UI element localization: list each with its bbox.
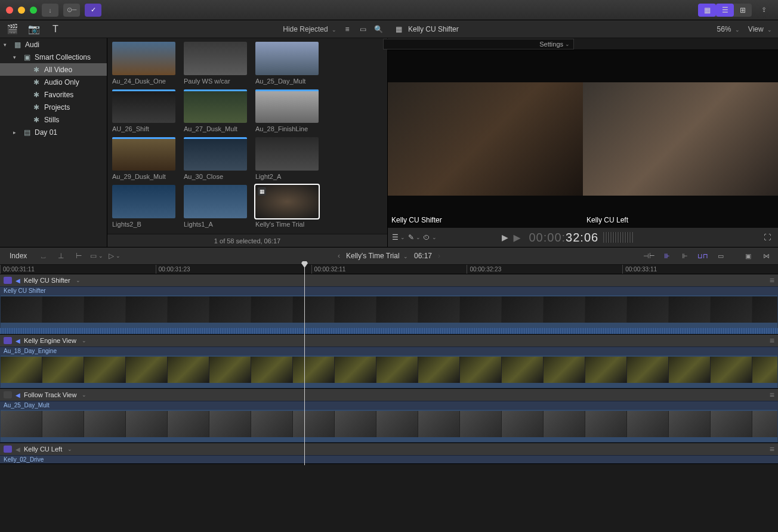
clip-thumbnail[interactable]: Lights2_B — [112, 185, 175, 228]
fullscreen-window-icon[interactable] — [30, 7, 37, 14]
play-icon[interactable]: ▶ — [502, 233, 508, 242]
audio-icon[interactable]: ◀ — [16, 277, 20, 284]
playhead[interactable] — [304, 265, 305, 465]
timecode-display[interactable]: ▶ 00:00:32:06 — [513, 230, 598, 245]
overwrite-clip-icon[interactable]: ▭⌄ — [90, 250, 103, 262]
append-clip-icon[interactable]: ⊢ — [72, 250, 85, 262]
lane-menu-icon[interactable]: ≡ — [770, 336, 774, 345]
sidebar-item[interactable]: ✱All Video — [0, 63, 107, 76]
effects-browser-icon[interactable]: ▣ — [741, 250, 755, 261]
monitor-icon[interactable] — [4, 446, 12, 453]
search-icon[interactable]: 🔍 — [373, 24, 383, 34]
close-window-icon[interactable] — [6, 7, 13, 14]
sidebar-item[interactable]: ✱Stills — [0, 113, 107, 126]
clip-thumbnail[interactable]: Light2_A — [255, 137, 319, 180]
lane-menu-icon[interactable]: ≡ — [770, 276, 774, 285]
clip-thumbnail[interactable]: Lights1_A — [184, 185, 247, 228]
thumbnail-grid[interactable]: Au_24_Dusk_OnePauly WS w/carAu_25_Day_Mu… — [107, 38, 387, 234]
effects-menu-icon[interactable]: ✎⌄ — [409, 233, 419, 242]
timeline-index-button[interactable]: Index — [5, 249, 32, 262]
clip-thumbnail[interactable]: Au_24_Dusk_One — [112, 42, 175, 85]
angle-grid: Kelly CU Shifter Kelly CU Left — [388, 50, 778, 228]
audio-skimming-icon[interactable]: ⊪ — [660, 250, 674, 261]
viewer-settings-row: Settings ⌄ — [388, 38, 778, 50]
lane-header[interactable]: ◀ Follow Track View ⌄ ≡ — [0, 389, 778, 401]
zoom-menu[interactable]: 56% ⌄ — [717, 25, 739, 33]
lane-clip-name: Au_25_Day_Mult — [0, 401, 778, 409]
monitor-icon[interactable] — [4, 277, 12, 284]
audio-icon[interactable]: ◀ — [16, 338, 20, 344]
titles-icon[interactable]: T — [49, 23, 62, 35]
timeline-toggle[interactable]: ☰ — [716, 4, 734, 17]
insert-clip-icon[interactable]: ⊥ — [54, 250, 67, 262]
sidebar-item[interactable]: ▾▣Smart Collections — [0, 51, 107, 63]
browser-toggle[interactable]: ▦ — [698, 4, 716, 17]
tool-select-icon[interactable]: ▷⌄ — [108, 250, 121, 262]
clip-thumbnail[interactable]: ▦Kelly's Time Trial — [255, 185, 319, 228]
viewer: Settings ⌄ Kelly CU Shifter Kelly CU Lef… — [388, 38, 778, 247]
monitor-icon[interactable] — [4, 337, 12, 344]
transitions-browser-icon[interactable]: ⋈ — [759, 250, 773, 261]
filter-menu[interactable]: Hide Rejected ⌄ — [283, 25, 336, 33]
browser-toolbar: Hide Rejected ⌄ ≡ ▭ 🔍 — [107, 24, 388, 34]
clip-thumbnail[interactable]: AU_26_Shift — [112, 89, 175, 132]
snapping-icon[interactable]: ⊔⊓ — [696, 250, 710, 261]
sidebar-item[interactable]: ✱Audio Only — [0, 76, 107, 88]
inspector-toggle[interactable]: ⊞ — [734, 4, 752, 17]
photos-icon[interactable]: 📷 — [27, 23, 41, 35]
library-icon[interactable]: 🎬 — [6, 23, 19, 35]
angle-settings-button[interactable]: Settings ⌄ — [383, 39, 574, 50]
clip-thumbnail[interactable]: Au_30_Close — [184, 137, 247, 180]
clip-thumbnail[interactable]: Au_28_FinishLine — [255, 89, 319, 132]
lane-filmstrip[interactable] — [0, 295, 778, 334]
skimming-icon[interactable]: ⊣⊢ — [642, 250, 656, 261]
angle-lane[interactable]: ◀ Kelly CU Left ⌄ ≡ Kelly_02_Drive — [0, 443, 778, 464]
audio-icon[interactable]: ◀ — [16, 446, 20, 453]
clip-appearance-timeline-icon[interactable]: ▭ — [714, 250, 728, 261]
sidebar-item[interactable]: ▸▤Day 01 — [0, 126, 107, 138]
project-name[interactable]: Kelly's Time Trial ⌄ — [346, 252, 408, 260]
angle-lane[interactable]: ◀ Follow Track View ⌄ ≡ Au_25_Day_Mult — [0, 389, 778, 443]
ruler-tick: 00:00:32:11 — [311, 265, 467, 274]
share-button[interactable]: ⇪ — [755, 4, 772, 17]
sidebar-item[interactable]: ✱Projects — [0, 101, 107, 113]
angle-viewer-icon[interactable]: ▦ — [394, 24, 403, 34]
lane-filmstrip[interactable] — [0, 409, 778, 443]
timeline[interactable]: 00:00:31:1100:00:31:2300:00:32:1100:00:3… — [0, 265, 778, 464]
import-button[interactable]: ↓ — [42, 4, 58, 17]
lane-clip-name: Kelly_02_Drive — [0, 455, 778, 463]
titlebar: ↓ ⊙─ ✓ ▦ ☰ ⊞ ⇪ — [0, 0, 778, 20]
fullscreen-icon[interactable]: ⛶ — [762, 233, 772, 242]
clip-thumbnail[interactable]: Pauly WS w/car — [184, 42, 247, 85]
view-menu[interactable]: View ⌄ — [748, 25, 772, 33]
lane-menu-icon[interactable]: ≡ — [770, 444, 774, 454]
list-view-icon[interactable]: ▭ — [358, 24, 368, 34]
angle-1[interactable]: Kelly CU Shifter — [388, 50, 583, 228]
background-tasks-button[interactable]: ✓ — [85, 4, 101, 17]
ruler-tick: 00:00:33:11 — [622, 265, 778, 274]
clip-thumbnail[interactable]: Au_29_Dusk_Mult — [112, 137, 175, 180]
timeline-ruler[interactable]: 00:00:31:1100:00:31:2300:00:32:1100:00:3… — [0, 265, 778, 274]
lane-header[interactable]: ◀ Kelly CU Left ⌄ ≡ — [0, 443, 778, 455]
lane-filmstrip[interactable] — [0, 355, 778, 388]
minimize-window-icon[interactable] — [18, 7, 25, 14]
clip-thumbnail[interactable]: Au_27_Dusk_Mult — [184, 89, 247, 132]
keyword-button[interactable]: ⊙─ — [63, 4, 80, 17]
solo-icon[interactable]: ⊩ — [678, 250, 692, 261]
lane-header[interactable]: ◀ Kelly CU Shifter ⌄ ≡ — [0, 274, 778, 286]
sidebar-item[interactable]: ✱Favorites — [0, 88, 107, 101]
clip-appearance-icon[interactable]: ≡ — [342, 24, 352, 34]
clip-thumbnail[interactable]: Au_25_Day_Mult — [255, 42, 319, 85]
angle-2[interactable]: Kelly CU Left — [583, 50, 778, 228]
angle-lane[interactable]: ◀ Kelly CU Shifter ⌄ ≡ Kelly CU Shifter — [0, 274, 778, 335]
retime-menu-icon[interactable]: ⏲⌄ — [425, 233, 434, 242]
appearance-menu-icon[interactable]: ☰⌄ — [394, 233, 403, 242]
monitor-icon[interactable] — [4, 391, 12, 398]
lane-header[interactable]: ◀ Kelly Engine View ⌄ ≡ — [0, 335, 778, 347]
lane-menu-icon[interactable]: ≡ — [770, 390, 774, 400]
sidebar-item[interactable]: ▾▦Audi — [0, 38, 107, 51]
audio-icon[interactable]: ◀ — [16, 392, 20, 398]
connect-clip-icon[interactable]: ⎵ — [36, 250, 50, 262]
angle-lane[interactable]: ◀ Kelly Engine View ⌄ ≡ Au_18_Day_Engine — [0, 335, 778, 389]
timeline-back-icon[interactable]: ‹ — [338, 252, 340, 260]
